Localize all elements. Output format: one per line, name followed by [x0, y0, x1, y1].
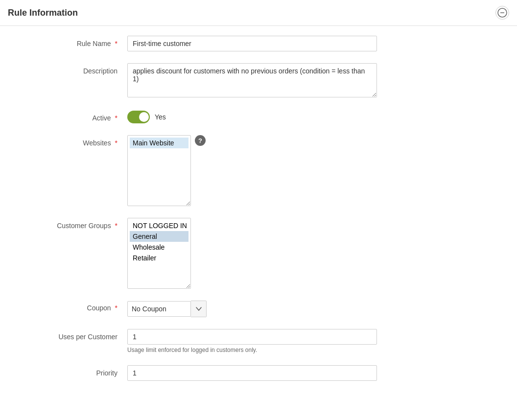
description-control: applies discount for customers with no p… — [127, 63, 382, 99]
websites-option-main[interactable]: Main Website — [130, 138, 188, 148]
customer-groups-control: NOT LOGGED IN General Wholesale Retailer — [127, 218, 382, 289]
collapse-icon[interactable] — [495, 6, 509, 20]
websites-row: Websites * Main Website ? — [20, 135, 497, 206]
rule-name-required: * — [115, 40, 118, 47]
active-control: Yes — [127, 111, 382, 123]
rule-name-label: Rule Name * — [20, 36, 127, 47]
uses-per-customer-input[interactable] — [127, 329, 377, 345]
coupon-dropdown-button[interactable] — [191, 301, 207, 317]
coupon-control: No Coupon Specific Coupon — [127, 301, 382, 317]
active-toggle[interactable] — [127, 111, 150, 123]
coupon-row: Coupon * No Coupon Specific Coupon — [20, 301, 497, 317]
toggle-yes-label: Yes — [155, 113, 166, 121]
websites-control: Main Website ? — [127, 135, 382, 206]
active-required: * — [115, 114, 118, 122]
priority-row: Priority — [20, 365, 497, 381]
uses-per-customer-control: Usage limit enforced for logged in custo… — [127, 329, 382, 353]
priority-input[interactable] — [127, 365, 377, 381]
active-label: Active * — [20, 111, 127, 122]
section-header: Rule Information — [0, 0, 517, 26]
description-input[interactable]: applies discount for customers with no p… — [127, 63, 377, 97]
customer-groups-select[interactable]: NOT LOGGED IN General Wholesale Retailer — [127, 218, 191, 289]
form-body: Rule Name * Description applies discount… — [0, 26, 517, 412]
customer-groups-option-general[interactable]: General — [130, 231, 188, 242]
rule-name-row: Rule Name * — [20, 36, 497, 51]
uses-per-customer-label: Uses per Customer — [20, 329, 127, 341]
description-row: Description applies discount for custome… — [20, 63, 497, 99]
customer-groups-required: * — [115, 222, 118, 230]
customer-groups-option-retailer[interactable]: Retailer — [130, 253, 188, 263]
section-title: Rule Information — [8, 8, 78, 18]
websites-help-icon[interactable]: ? — [195, 135, 206, 146]
websites-label: Websites * — [20, 135, 127, 147]
coupon-required: * — [115, 304, 118, 312]
rule-name-input[interactable] — [127, 36, 377, 51]
websites-required: * — [115, 139, 118, 147]
customer-groups-option-wholesale[interactable]: Wholesale — [130, 242, 188, 253]
customer-groups-option-not-logged-in[interactable]: NOT LOGGED IN — [130, 220, 188, 231]
rule-name-control — [127, 36, 382, 51]
coupon-select[interactable]: No Coupon Specific Coupon — [127, 301, 191, 317]
customer-groups-row: Customer Groups * NOT LOGGED IN General … — [20, 218, 497, 289]
coupon-select-wrapper: No Coupon Specific Coupon — [127, 301, 382, 317]
customer-groups-label: Customer Groups * — [20, 218, 127, 230]
active-row: Active * Yes — [20, 111, 497, 123]
websites-wrapper: Main Website ? — [127, 135, 382, 206]
uses-per-customer-hint: Usage limit enforced for logged in custo… — [127, 347, 382, 353]
priority-control — [127, 365, 382, 381]
uses-per-customer-row: Uses per Customer Usage limit enforced f… — [20, 329, 497, 353]
priority-label: Priority — [20, 365, 127, 377]
websites-select[interactable]: Main Website — [127, 135, 191, 206]
toggle-slider — [127, 111, 150, 123]
coupon-label: Coupon * — [20, 301, 127, 312]
toggle-wrapper: Yes — [127, 111, 382, 123]
description-label: Description — [20, 63, 127, 75]
